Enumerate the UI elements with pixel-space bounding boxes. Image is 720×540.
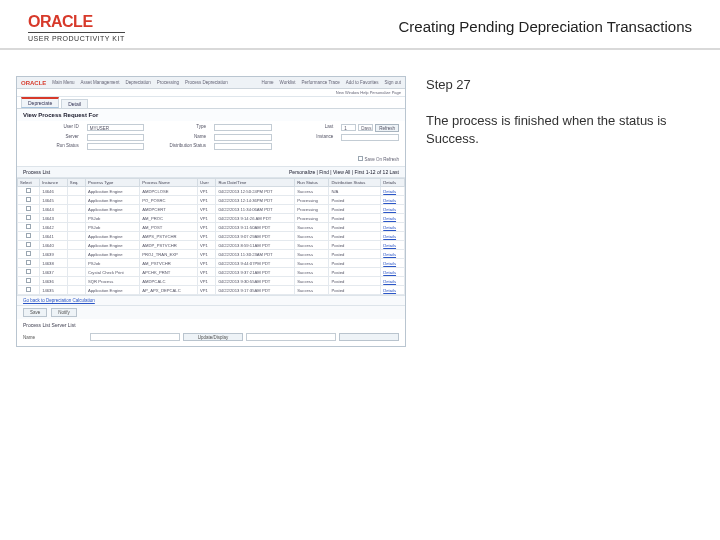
table-row: 14636SQR ProcessAMDPCALCVP104/22/2013 9:… xyxy=(18,277,405,286)
details-link[interactable]: Details xyxy=(383,261,396,266)
row-checkbox[interactable] xyxy=(26,197,31,202)
screenshot-app: ORACLE Main Menu Asset Management Deprec… xyxy=(16,76,406,347)
section-title: View Process Request For xyxy=(17,109,405,121)
row-checkbox[interactable] xyxy=(26,188,31,193)
checkbox-icon[interactable] xyxy=(358,156,363,161)
details-link[interactable]: Details xyxy=(383,189,396,194)
process-table: SelectInstanceSeq. Process TypeProcess N… xyxy=(17,178,405,295)
details-link[interactable]: Details xyxy=(383,252,396,257)
table-row: 14642PSJobAM_POSTVP104/22/2013 9:11:50AM… xyxy=(18,223,405,232)
table-row: 14643PSJobAM_PROCVP104/22/2013 9:14:26 A… xyxy=(18,214,405,223)
details-link[interactable]: Details xyxy=(383,288,396,293)
details-link[interactable]: Details xyxy=(383,216,396,221)
logo-text: ORACLE xyxy=(28,14,125,30)
details-link[interactable]: Details xyxy=(383,270,396,275)
row-checkbox[interactable] xyxy=(26,224,31,229)
app-logo: ORACLE xyxy=(21,80,46,86)
update-button[interactable]: Update/Display xyxy=(183,333,243,341)
subtabs: Process List Server List xyxy=(17,319,405,331)
row-checkbox[interactable] xyxy=(26,215,31,220)
details-link[interactable]: Details xyxy=(383,279,396,284)
userid-field[interactable]: MYUSER xyxy=(87,124,145,131)
details-link[interactable]: Details xyxy=(383,207,396,212)
tab-detail[interactable]: Detail xyxy=(61,99,88,108)
footer-bar: Go back to Depreciation Calculation xyxy=(17,295,405,305)
page-title: Creating Pending Depreciation Transactio… xyxy=(398,18,692,35)
refresh-button[interactable]: Refresh xyxy=(375,124,399,132)
units-field[interactable]: Days xyxy=(358,124,373,131)
table-row: 14646Application EngineAMDPCLOSEVP104/22… xyxy=(18,187,405,196)
details-link[interactable]: Details xyxy=(383,198,396,203)
row-checkbox[interactable] xyxy=(26,260,31,265)
process-list-title: Process List xyxy=(23,169,50,175)
filter-form: User ID MYUSER Type Last 1 Days Refresh … xyxy=(17,121,405,154)
logo-subtext: USER PRODUCTIVITY KIT xyxy=(28,32,125,42)
table-row: 14638PSJobAM_PSTVCHRVP104/22/2013 9:44:0… xyxy=(18,259,405,268)
table-row: 14641Application EngineAMPS_PSTVCHRVP104… xyxy=(18,232,405,241)
table-row: 14637Crystal Check PrintAPCHK_PRNTVP104/… xyxy=(18,268,405,277)
bottom-name-field[interactable] xyxy=(90,333,180,341)
instruction-text: The process is finished when the status … xyxy=(426,112,692,148)
row-checkbox[interactable] xyxy=(26,233,31,238)
tab-depreciate[interactable]: Depreciate xyxy=(21,97,59,108)
tabs: Depreciate Detail xyxy=(17,97,405,109)
helper-links: New Window Help Personalize Page xyxy=(17,89,405,97)
instance-field[interactable] xyxy=(341,134,399,141)
runstatus-field[interactable] xyxy=(87,143,145,150)
step-label: Step 27 xyxy=(426,76,692,94)
table-row: 14640Application EngineAMDP_PSTVCHRVP104… xyxy=(18,241,405,250)
row-checkbox[interactable] xyxy=(26,206,31,211)
process-list-nav: Personalize | Find | View All | First 1-… xyxy=(289,169,399,175)
table-row: 14639Application EnginePROJ_TRAN_EXPVP10… xyxy=(18,250,405,259)
details-link[interactable]: Details xyxy=(383,225,396,230)
bottom-last-field[interactable] xyxy=(246,333,336,341)
logo: ORACLE USER PRODUCTIVITY KIT xyxy=(28,14,125,42)
row-checkbox[interactable] xyxy=(26,242,31,247)
save-button[interactable]: Save xyxy=(23,308,47,317)
notify-button[interactable]: Notify xyxy=(51,308,77,317)
last-button[interactable] xyxy=(339,333,399,341)
row-checkbox[interactable] xyxy=(26,278,31,283)
bottom-controls: Name Update/Display xyxy=(17,331,405,346)
details-link[interactable]: Details xyxy=(383,234,396,239)
server-field[interactable] xyxy=(87,134,145,141)
app-topbar: ORACLE Main Menu Asset Management Deprec… xyxy=(17,77,405,89)
diststatus-field[interactable] xyxy=(214,143,272,150)
row-checkbox[interactable] xyxy=(26,269,31,274)
last-field[interactable]: 1 xyxy=(341,124,356,131)
row-checkbox[interactable] xyxy=(26,287,31,292)
table-row: 14644Application EngineAMDPCERTVP104/22/… xyxy=(18,205,405,214)
table-row: 14645Application EnginePO_POSRCVP104/22/… xyxy=(18,196,405,205)
name-field[interactable] xyxy=(214,134,272,141)
table-row: 14635Application EngineAP_APX_DEPCALCVP1… xyxy=(18,286,405,295)
row-checkbox[interactable] xyxy=(26,251,31,256)
type-field[interactable] xyxy=(214,124,272,131)
details-link[interactable]: Details xyxy=(383,243,396,248)
back-link[interactable]: Go back to Depreciation Calculation xyxy=(23,298,95,303)
